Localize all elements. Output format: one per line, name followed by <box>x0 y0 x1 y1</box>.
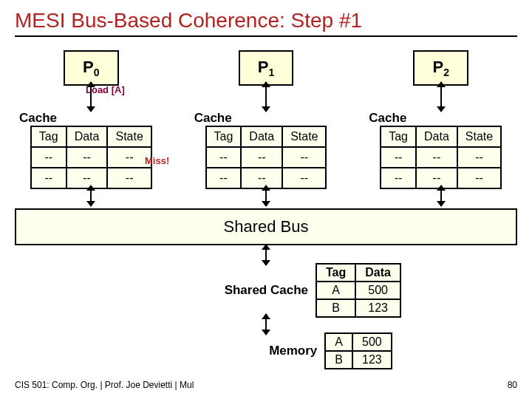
processor-col-1: P1 Cache Tag Data State -- -- -- -- -- -… <box>190 50 343 202</box>
cache-cell: -- <box>457 147 501 168</box>
cache-col: Data <box>241 126 282 147</box>
processor-col-2: P2 Cache Tag Data State -- -- -- -- -- -… <box>364 50 517 202</box>
arrow-proc-cache-0 <box>90 86 92 108</box>
memory-table: A 500 B 123 <box>324 332 392 369</box>
arrow-cache-bus-1 <box>265 189 267 202</box>
cache-col: Data <box>66 126 108 147</box>
mem-cell: A <box>325 333 352 351</box>
cache-cell: -- <box>107 168 151 188</box>
cache-label-1: Cache <box>194 111 232 126</box>
cache-cell: -- <box>457 168 501 188</box>
cache-label-2: Cache <box>369 111 406 126</box>
mem-cell: 500 <box>355 282 400 299</box>
cache-table-1: Tag Data State -- -- -- -- -- -- <box>205 126 327 189</box>
mem-cell: B <box>316 299 355 317</box>
cache-col: Tag <box>31 126 66 147</box>
proc-sub: 0 <box>94 66 100 78</box>
proc-name: P <box>432 58 443 76</box>
processor-box-0: P0 <box>64 50 118 86</box>
mem-cell: A <box>316 282 355 299</box>
arrow-cache-bus-0 <box>90 189 92 202</box>
memory-block: Shared Cache Tag Data A 500 B 123 Memory… <box>15 248 517 369</box>
shared-bus-box: Shared Bus <box>15 208 517 245</box>
cache-col: State <box>282 126 326 147</box>
cache-col: State <box>457 126 501 147</box>
arrow-cache-bus-2 <box>440 189 442 202</box>
cache-col: State <box>107 126 151 147</box>
footer-right: 80 <box>508 380 517 390</box>
processor-box-2: P2 <box>413 50 468 86</box>
cache-cell: -- <box>381 147 416 168</box>
proc-name: P <box>258 58 269 76</box>
processor-row: P0 Load [A] Cache Tag Data State -- -- -… <box>15 50 517 202</box>
arrow-shared-mem <box>265 318 267 331</box>
arrow-proc-cache-2 <box>440 86 442 108</box>
cache-cell: -- <box>31 147 66 168</box>
arrow-bus-shared <box>265 248 267 262</box>
miss-label: Miss! <box>145 155 169 166</box>
proc-name: P <box>83 58 94 76</box>
memory-label: Memory <box>140 344 317 358</box>
cache-cell: -- <box>206 168 242 188</box>
cache-cell: -- <box>282 147 326 168</box>
processor-box-1: P1 <box>239 50 293 86</box>
mem-cell: 500 <box>352 333 392 351</box>
cache-cell: -- <box>416 147 457 168</box>
cache-col: Tag <box>381 126 416 147</box>
cache-table-2: Tag Data State -- -- -- -- -- -- <box>380 126 502 189</box>
shared-cache-table: Tag Data A 500 B 123 <box>316 263 401 318</box>
arrow-proc-cache-1 <box>265 86 267 108</box>
slide-footer: CIS 501: Comp. Org. | Prof. Joe Devietti… <box>15 380 517 390</box>
cache-col: Data <box>416 126 457 147</box>
cache-cell: -- <box>241 147 282 168</box>
mem-cell: 123 <box>355 299 400 317</box>
footer-left: CIS 501: Comp. Org. | Prof. Joe Devietti… <box>15 380 194 390</box>
cache-cell: -- <box>66 147 108 168</box>
cache-cell: -- <box>31 168 66 188</box>
bus-row: Shared Bus <box>15 208 517 245</box>
mem-cell: B <box>325 351 352 369</box>
cache-cell: -- <box>381 168 416 188</box>
cache-label-0: Cache <box>19 111 57 126</box>
mem-cell: 123 <box>352 351 392 369</box>
slide-title: MESI Bus-Based Coherence: Step #1 <box>15 9 517 37</box>
shared-cache-label: Shared Cache <box>131 283 308 298</box>
cache-table-0: Tag Data State -- -- -- -- -- -- <box>30 126 152 189</box>
shared-cache-row: Shared Cache Tag Data A 500 B 123 <box>131 263 401 318</box>
mem-col: Data <box>355 264 400 282</box>
mem-col: Tag <box>316 264 355 282</box>
cache-col: Tag <box>206 126 242 147</box>
proc-sub: 1 <box>268 66 274 78</box>
cache-cell: -- <box>206 147 242 168</box>
cache-cell: -- <box>282 168 326 188</box>
proc-sub: 2 <box>443 66 449 78</box>
processor-col-0: P0 Load [A] Cache Tag Data State -- -- -… <box>15 50 168 202</box>
memory-row: Memory A 500 B 123 <box>140 332 392 369</box>
